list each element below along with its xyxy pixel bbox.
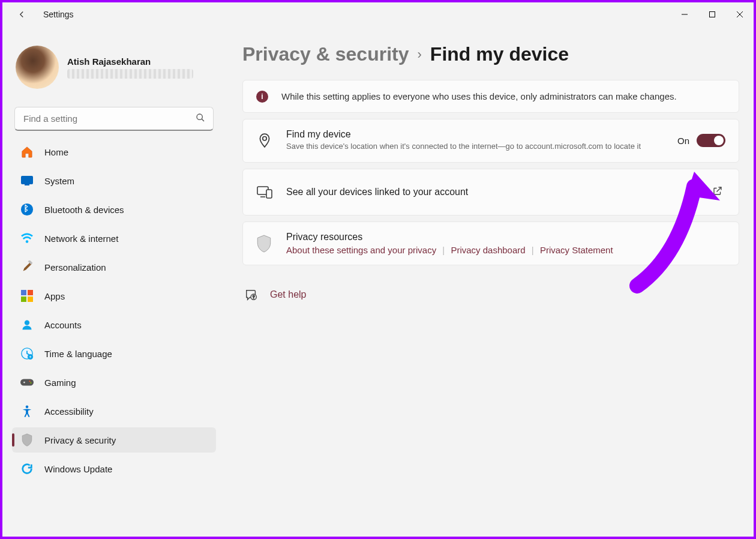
titlebar: Settings: [0, 0, 756, 29]
user-name: Atish Rajasekharan: [67, 56, 193, 67]
sidebar-item-home[interactable]: Home: [12, 139, 216, 164]
get-help-link[interactable]: Get help: [270, 289, 306, 300]
arrow-left-icon: [16, 9, 27, 20]
sidebar-item-personalization[interactable]: Personalization: [12, 254, 216, 280]
sidebar-item-network[interactable]: Network & internet: [12, 226, 216, 251]
sidebar-item-label: Apps: [44, 291, 65, 301]
svg-point-21: [30, 382, 31, 384]
update-icon: [20, 462, 34, 475]
app-title: Settings: [43, 10, 74, 19]
sidebar-item-label: Home: [44, 147, 68, 157]
shield-icon: [256, 235, 273, 251]
shield-icon: [20, 433, 34, 447]
home-icon: [20, 145, 34, 158]
user-email-redacted: [67, 69, 193, 79]
sidebar-item-label: Privacy & security: [44, 435, 116, 445]
sidebar-item-time-language[interactable]: Time & language: [12, 341, 216, 366]
sidebar-item-accounts[interactable]: Accounts: [12, 312, 216, 337]
svg-rect-14: [28, 297, 33, 302]
svg-rect-1: [710, 12, 715, 17]
sidebar-item-label: Gaming: [44, 378, 76, 388]
breadcrumb-parent[interactable]: Privacy & security: [242, 43, 409, 65]
card-title: Find my device: [286, 129, 664, 140]
see-all-devices-link[interactable]: See all your devices linked to your acco…: [242, 169, 739, 215]
svg-text:?: ?: [253, 295, 255, 299]
sidebar-item-label: Time & language: [44, 349, 112, 359]
sidebar-item-privacy-security[interactable]: Privacy & security: [12, 427, 216, 453]
minimize-button[interactable]: [671, 2, 698, 26]
svg-point-15: [25, 321, 29, 325]
svg-rect-18: [20, 379, 34, 386]
privacy-resources-card: Privacy resources About these settings a…: [242, 221, 739, 265]
location-pin-icon: [256, 132, 273, 149]
svg-rect-7: [25, 184, 29, 185]
breadcrumb: Privacy & security › Find my device: [242, 43, 739, 65]
apps-icon: [20, 289, 34, 303]
search-input[interactable]: [14, 107, 214, 131]
banner-text: While this setting applies to everyone w…: [281, 90, 677, 103]
brush-icon: [20, 260, 34, 274]
close-button[interactable]: [726, 2, 754, 26]
sidebar-item-system[interactable]: System: [12, 168, 216, 193]
page-title: Find my device: [430, 43, 569, 65]
external-link-icon: [712, 185, 725, 199]
sidebar-item-label: Personalization: [44, 262, 106, 273]
maximize-icon: [709, 11, 716, 18]
bluetooth-icon: [20, 203, 34, 216]
accounts-icon: [20, 318, 34, 331]
find-my-device-toggle[interactable]: [697, 134, 725, 147]
sidebar-item-label: System: [44, 176, 74, 186]
minimize-icon: [681, 11, 688, 18]
sidebar-item-label: Network & internet: [44, 233, 118, 244]
svg-point-23: [263, 137, 267, 141]
gaming-icon: [20, 376, 34, 389]
chevron-right-icon: ›: [418, 47, 422, 62]
clock-icon: [20, 347, 34, 360]
svg-point-22: [26, 405, 29, 408]
svg-rect-6: [21, 176, 33, 184]
sidebar-item-bluetooth[interactable]: Bluetooth & devices: [12, 197, 216, 222]
back-button[interactable]: [10, 2, 34, 26]
sidebar-item-apps[interactable]: Apps: [12, 283, 216, 309]
svg-point-20: [29, 381, 30, 382]
sidebar: Atish Rajasekharan Home System Bluetooth…: [0, 29, 223, 539]
sidebar-item-label: Bluetooth & devices: [44, 205, 124, 215]
info-icon: i: [256, 91, 268, 103]
svg-point-9: [26, 240, 29, 243]
link-label: See all your devices linked to your acco…: [286, 187, 699, 197]
svg-point-4: [197, 114, 202, 119]
close-icon: [736, 11, 743, 18]
avatar: [16, 46, 59, 89]
sidebar-item-accessibility[interactable]: Accessibility: [12, 399, 216, 424]
user-account-row[interactable]: Atish Rajasekharan: [12, 43, 216, 95]
privacy-statement-link[interactable]: Privacy Statement: [540, 245, 613, 255]
toggle-state-label: On: [677, 136, 689, 146]
privacy-heading: Privacy resources: [286, 232, 725, 242]
find-my-device-card: Find my device Save this device's locati…: [242, 119, 739, 163]
main-content: Privacy & security › Find my device i Wh…: [223, 29, 756, 539]
svg-rect-11: [21, 290, 26, 295]
sidebar-item-label: Accessibility: [44, 406, 94, 417]
svg-rect-12: [28, 290, 33, 295]
svg-rect-13: [21, 297, 26, 302]
sidebar-item-label: Windows Update: [44, 464, 112, 474]
card-subtitle: Save this device's location when it's co…: [286, 141, 664, 152]
about-privacy-link[interactable]: About these settings and your privacy: [286, 245, 436, 255]
sidebar-item-label: Accounts: [44, 320, 82, 330]
maximize-button[interactable]: [698, 2, 726, 26]
privacy-dashboard-link[interactable]: Privacy dashboard: [451, 245, 525, 255]
search-icon: [196, 113, 205, 125]
devices-icon: [256, 184, 273, 200]
wifi-icon: [20, 232, 34, 245]
sidebar-item-gaming[interactable]: Gaming: [12, 370, 216, 395]
accessibility-icon: [20, 405, 34, 418]
svg-point-19: [23, 382, 25, 384]
system-icon: [20, 174, 34, 187]
svg-rect-26: [266, 190, 272, 198]
sidebar-item-windows-update[interactable]: Windows Update: [12, 456, 216, 481]
help-icon: ?: [245, 288, 258, 301]
svg-line-5: [202, 119, 204, 121]
admin-info-banner: i While this setting applies to everyone…: [242, 80, 739, 113]
